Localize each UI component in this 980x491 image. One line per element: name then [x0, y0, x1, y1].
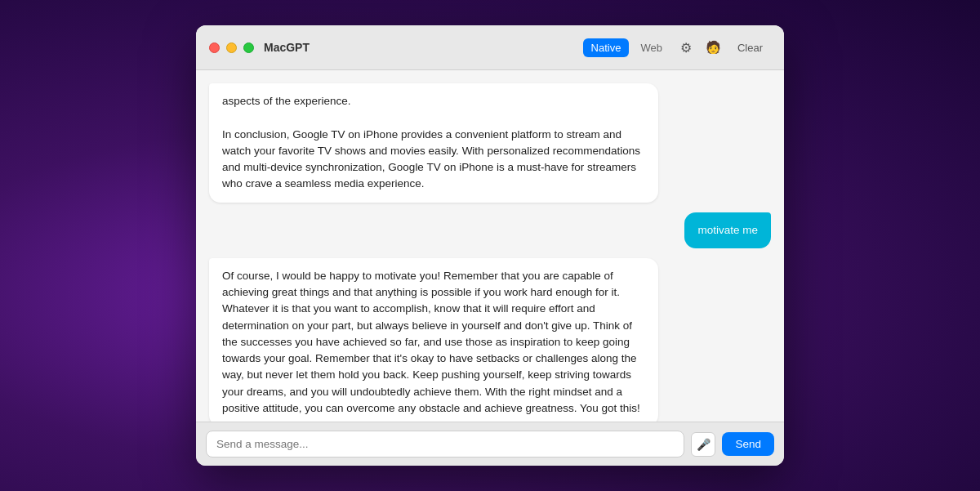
app-window: MacGPT Native Web ⚙ 🧑 Clear aspects of t… [196, 25, 784, 466]
window-title: MacGPT [264, 41, 583, 54]
message-bubble: aspects of the experience.In conclusion,… [209, 83, 658, 203]
message-input[interactable] [206, 431, 684, 458]
avatar-button[interactable]: 🧑 [702, 35, 726, 60]
tab-native[interactable]: Native [583, 38, 630, 57]
close-button[interactable] [209, 42, 220, 53]
message-text: aspects of the experience.In conclusion,… [222, 95, 640, 190]
message-text: Of course, I would be happy to motivate … [222, 270, 640, 414]
gear-icon: ⚙ [680, 40, 692, 56]
tab-web[interactable]: Web [632, 38, 670, 57]
person-icon: 🧑 [706, 40, 721, 55]
clear-button[interactable]: Clear [729, 38, 771, 57]
traffic-lights [209, 42, 254, 53]
mic-button[interactable]: 🎤 [691, 432, 715, 457]
maximize-button[interactable] [243, 42, 254, 53]
titlebar-actions: Native Web ⚙ 🧑 Clear [583, 35, 771, 60]
chat-area: aspects of the experience.In conclusion,… [196, 70, 784, 422]
send-button[interactable]: Send [722, 432, 774, 456]
minimize-button[interactable] [226, 42, 237, 53]
message-bubble: motivate me [684, 212, 771, 248]
settings-button[interactable]: ⚙ [674, 35, 698, 60]
titlebar: MacGPT Native Web ⚙ 🧑 Clear [196, 25, 784, 70]
mic-icon: 🎤 [697, 438, 710, 451]
message-text: motivate me [697, 224, 758, 236]
message-bubble: Of course, I would be happy to motivate … [209, 258, 658, 422]
input-area: 🎤 Send [196, 422, 784, 466]
